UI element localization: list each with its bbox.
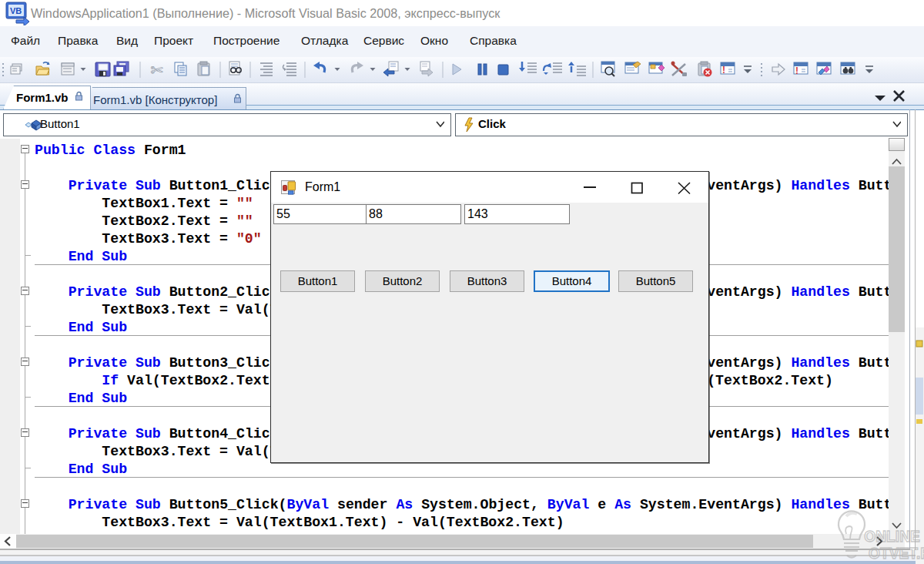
- svg-text:OTVET.RU: OTVET.RU: [869, 545, 924, 562]
- svg-text:VB: VB: [10, 6, 22, 15]
- svg-text:ONLINE: ONLINE: [864, 528, 920, 545]
- svg-text:!: !: [795, 65, 798, 76]
- svg-text:!: !: [722, 65, 725, 76]
- svg-text:✄: ✄: [150, 62, 163, 79]
